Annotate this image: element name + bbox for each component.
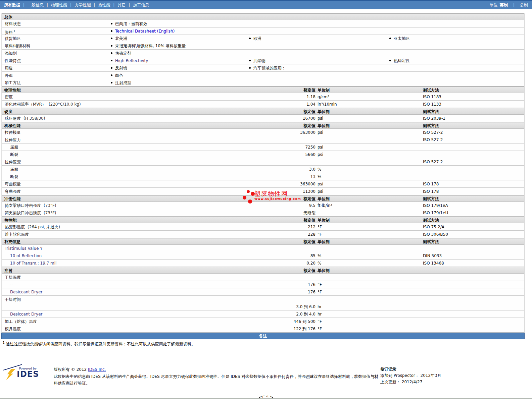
column-header-value: 额定值 xyxy=(223,108,316,115)
section-header-4: 热性能额定值单位制测试方法 xyxy=(2,217,524,223)
property-row: 拉伸模量363000psiISO 527-2 xyxy=(2,129,524,136)
property-unit: °F xyxy=(318,325,322,333)
property-unit: psi xyxy=(318,129,323,136)
column-header-value: 额定值 xyxy=(223,195,316,202)
property-label-text: 模具温度 xyxy=(5,327,21,331)
row-label-text: 加工方法 xyxy=(5,80,21,85)
nav-tab-4[interactable]: 热性能 xyxy=(98,2,110,8)
property-label: 拉伸应变 xyxy=(2,160,21,164)
nav-tab-2[interactable]: 物理性能 xyxy=(51,2,67,8)
property-test-method: ISO 2039-1 xyxy=(423,115,445,122)
bullet-item: 欧洲 xyxy=(249,35,261,42)
label-superscript: 1 xyxy=(13,30,15,33)
copyright-text: 版权所有 © 2012 xyxy=(54,367,88,372)
row-label: 性能特点 xyxy=(2,58,21,63)
property-unit: in³/10min xyxy=(318,101,337,108)
nav-tab-6[interactable]: 加工信息 xyxy=(133,2,149,8)
property-value: 176 xyxy=(216,288,316,296)
property-label: 简支梁缺口冲击强度(73°F) xyxy=(2,203,56,208)
bullet-text: 欧洲 xyxy=(253,36,261,41)
property-test-method: ISO 306/B50 xyxy=(423,231,448,238)
row-label: 添加剂 xyxy=(2,51,17,56)
nav-tab-1[interactable]: 一般信息 xyxy=(28,2,44,8)
property-value: 无断裂 xyxy=(216,209,316,217)
property-row: 10 of Reflection85%DIN 5033 xyxy=(2,252,524,260)
property-test-method: ISO 179/1eU xyxy=(423,209,448,217)
property-unit: hr xyxy=(318,303,322,310)
property-label: 断裂 xyxy=(2,174,18,179)
property-label-text: 断裂 xyxy=(10,174,18,179)
revision-updated-line: 上次更新： 2012/4/27 xyxy=(380,379,529,385)
property-label-text: 拉伸模量 xyxy=(5,130,21,135)
row-label-text: 性能特点 xyxy=(5,58,21,63)
column-header-value: 额定值 xyxy=(223,122,316,129)
property-label: 热变形温度(264 psi, 未退火) xyxy=(2,225,60,229)
nav-tab-separator: | xyxy=(94,3,95,7)
property-row: 溶化体积流率（MVR）(220°C/10.0 kg)1.04in³/10minI… xyxy=(2,101,524,108)
unit-imperial[interactable]: 英制 xyxy=(500,2,508,8)
nav-tab-5[interactable]: 其它 xyxy=(117,2,126,8)
footnote: 1通过这些链接您能够访问供应商资料。我们尽量保证及时更新资料；不过您可以从供应商… xyxy=(2,341,525,356)
property-condition: (H 358/30) xyxy=(23,116,45,121)
property-row: Desiccant Dryer2.0 到 4.0hr xyxy=(2,310,524,318)
section-title-text: 热性能 xyxy=(4,218,16,223)
datasheet-page: 所有数据|一般信息|物理性能|力学性能|热性能|其它|加工信息 单位 英制 | … xyxy=(0,0,532,399)
property-row: 弯曲强度11300psiISO 178 xyxy=(2,188,524,195)
property-value: 1.18 xyxy=(216,93,316,101)
row-label-text: 添加剂 xyxy=(5,51,17,56)
bullet-item: High Reflectivity xyxy=(111,57,148,64)
nav-tab-separator: | xyxy=(70,3,71,7)
row-label-text: 用途 xyxy=(5,66,13,70)
property-label-text: -- xyxy=(10,282,13,287)
property-unit: % xyxy=(318,252,321,260)
ides-inc-link[interactable]: IDES Inc. xyxy=(88,367,106,372)
property-label: 简支梁缺口冲击强度(73°F) xyxy=(2,211,56,215)
property-test-method: DIN 5033 xyxy=(423,252,442,260)
property-unit: °F xyxy=(318,231,322,238)
nav-tab-separator: | xyxy=(47,3,48,7)
property-unit: °F xyxy=(318,223,322,231)
bullet-item: 北美洲 xyxy=(111,35,127,42)
property-label-text: 10 of Transm.: 19.7 mil xyxy=(10,261,56,266)
unit-switcher: 单位 英制 | 公制 xyxy=(489,2,528,8)
property-label: -- xyxy=(2,304,13,309)
property-row: 维卡软化温度228°FISO 306/B50 xyxy=(2,231,524,238)
unit-metric-link[interactable]: 公制 xyxy=(520,2,528,8)
nav-tab-0[interactable]: 所有数据 xyxy=(4,2,20,8)
property-value: 363000 xyxy=(216,180,316,188)
property-label-text: 维卡软化温度 xyxy=(5,232,29,237)
row-label: 供货地区 xyxy=(2,36,21,41)
column-header-unit: 单位制 xyxy=(318,122,330,129)
row-label-text: 供货地区 xyxy=(5,36,21,41)
general-row: 外观白色 xyxy=(2,72,524,79)
bullet-item: 热稳定剂 xyxy=(111,50,131,57)
datasheet-link[interactable]: Technical Datasheet (English) xyxy=(115,29,175,34)
property-label-text: 10 of Reflection xyxy=(10,253,42,258)
property-label: 拉伸应力 xyxy=(2,137,21,142)
nav-tab-3[interactable]: 力学性能 xyxy=(75,2,91,8)
footnote-text: 通过这些链接您能够访问供应商资料。我们尽量保证及时更新资料；不过您可以从供应商处… xyxy=(6,342,195,346)
property-test-method: ISO 75-2/A xyxy=(423,223,444,231)
property-value: 2.0 到 4.0 xyxy=(216,310,316,318)
bullet-item: 白色 xyxy=(111,72,123,79)
property-value: 85 xyxy=(216,252,316,260)
column-header-value: 额定值 xyxy=(223,238,316,245)
nav-tab-separator: | xyxy=(23,3,25,7)
notes-bar: 备注 xyxy=(1,333,525,339)
column-header-unit: 单位制 xyxy=(318,267,330,274)
property-row: Tristimulus Value Y xyxy=(2,245,524,252)
property-value: 228 xyxy=(216,231,316,238)
property-row: 弯曲模量363000psiISO 178 xyxy=(2,180,524,188)
copyright-line: 版权所有 © 2012 IDES Inc. xyxy=(54,366,378,373)
property-row: --3.0 到 6.0hr xyxy=(2,303,524,310)
column-header-method: 测试方法 xyxy=(423,217,439,224)
ides-logo: Powered by IDES xyxy=(3,366,54,382)
property-test-method: ISO 527-2 xyxy=(423,129,443,136)
ides-logo-text: IDES xyxy=(17,370,39,378)
property-label: 屈服 xyxy=(2,145,18,150)
property-label-text: 简支梁缺口冲击强度 xyxy=(5,203,41,208)
bullet-item: Technical Datasheet (English) xyxy=(111,27,175,35)
property-label: 干燥时间 xyxy=(2,297,21,302)
property-label-text: 干燥时间 xyxy=(5,297,21,302)
column-header-unit: 单位制 xyxy=(318,87,330,94)
